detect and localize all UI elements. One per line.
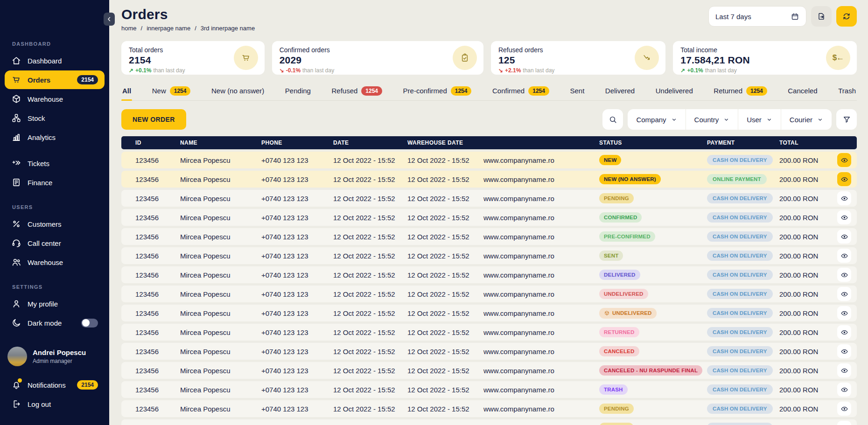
sidebar-item-notifications[interactable]: Notifications 2154 bbox=[5, 376, 105, 394]
user-profile[interactable]: Andrei Popescu Admin manager bbox=[5, 347, 105, 366]
tab[interactable]: All bbox=[121, 81, 132, 100]
search-button[interactable] bbox=[602, 109, 623, 130]
view-order-button[interactable] bbox=[837, 268, 851, 282]
filter-dropdown[interactable]: Courier bbox=[781, 109, 832, 130]
export-icon bbox=[817, 12, 826, 21]
order-company: www.companyname.ro bbox=[483, 328, 599, 336]
sidebar-collapse-button[interactable] bbox=[104, 13, 115, 26]
view-order-button[interactable] bbox=[837, 383, 851, 397]
filter-dropdown[interactable]: User bbox=[738, 109, 781, 130]
tab[interactable]: Pre-confirmed 1254 bbox=[402, 81, 473, 100]
eye-icon bbox=[840, 214, 848, 222]
view-order-button[interactable] bbox=[837, 210, 851, 224]
tab[interactable]: Pending bbox=[284, 81, 312, 100]
new-order-button[interactable]: NEW ORDER bbox=[121, 109, 186, 130]
sidebar-item[interactable]: Finance bbox=[5, 173, 105, 192]
order-date: 12 Oct 2022 - 15:52 bbox=[333, 309, 407, 317]
status-badge: NEW bbox=[599, 155, 621, 165]
order-id: 123456 bbox=[135, 195, 180, 202]
view-order-button[interactable] bbox=[837, 421, 851, 425]
tab[interactable]: Confirmed 1254 bbox=[491, 81, 550, 100]
view-order-button[interactable] bbox=[837, 153, 851, 167]
sidebar-item[interactable]: My profile bbox=[5, 294, 105, 313]
sidebar-item[interactable]: Warehouse bbox=[5, 253, 105, 272]
sidebar-item[interactable]: Dashboard bbox=[5, 51, 105, 70]
view-order-button[interactable] bbox=[837, 306, 851, 320]
order-total: 200.00 RON bbox=[779, 195, 837, 202]
breadcrumb-innerpage[interactable]: innerpage name bbox=[147, 25, 190, 32]
order-phone: +0740 123 123 bbox=[261, 348, 333, 355]
payment-badge: CASH ON DELIVERY bbox=[707, 404, 773, 414]
table-body: 123456 Mircea Popescu +0740 123 123 12 O… bbox=[121, 152, 857, 425]
tab[interactable]: Undelivered bbox=[655, 81, 694, 100]
status-badge: PRE-CONFIRMED bbox=[599, 231, 655, 242]
order-warehouse-date: 12 Oct 2022 - 15:52 bbox=[407, 328, 483, 336]
sidebar-item-label: Warehouse bbox=[28, 258, 63, 266]
order-total: 200.00 RON bbox=[779, 290, 837, 298]
view-order-button[interactable] bbox=[837, 287, 851, 301]
filter-dropdown[interactable]: Company bbox=[628, 109, 685, 130]
refresh-button[interactable] bbox=[836, 6, 857, 27]
view-order-button[interactable] bbox=[837, 191, 851, 205]
tab[interactable]: Refused 1254 bbox=[330, 81, 383, 100]
tab-badge: 1254 bbox=[451, 86, 472, 96]
tab[interactable]: Delivered bbox=[604, 81, 636, 100]
view-order-button[interactable] bbox=[837, 344, 851, 358]
trend-arrow-icon: ↗ bbox=[680, 67, 685, 74]
view-order-button[interactable] bbox=[837, 230, 851, 244]
order-phone: +0740 123 123 bbox=[261, 328, 333, 336]
order-id: 123456 bbox=[135, 156, 180, 164]
order-phone: +0740 123 123 bbox=[261, 405, 333, 413]
export-button[interactable] bbox=[811, 6, 832, 27]
filter-dropdown[interactable]: Country bbox=[686, 109, 738, 130]
filter-dropdown-label: Company bbox=[636, 116, 666, 124]
sidebar-item[interactable]: Analytics bbox=[5, 128, 105, 146]
sidebar-item[interactable]: Call center bbox=[5, 234, 105, 252]
tab[interactable]: Canceled bbox=[787, 81, 818, 100]
view-order-button[interactable] bbox=[837, 402, 851, 416]
sidebar-item[interactable]: Customers bbox=[5, 215, 105, 233]
chevron-down-icon bbox=[817, 117, 823, 123]
sidebar-item[interactable]: Warehouse bbox=[5, 90, 105, 108]
tab[interactable]: New (no answer) bbox=[210, 81, 265, 100]
sidebar-item[interactable]: Orders 2154 bbox=[5, 70, 105, 89]
sidebar-item-label: Analytics bbox=[28, 133, 56, 141]
payment-badge: CASH ON DELIVERY bbox=[707, 384, 773, 395]
payment-badge: CASH ON DELIVERY bbox=[707, 365, 773, 376]
tab-label: Trash bbox=[838, 87, 856, 95]
view-order-button[interactable] bbox=[837, 249, 851, 263]
tab[interactable]: Trash bbox=[837, 81, 857, 100]
sidebar-item-logout[interactable]: Log out bbox=[5, 395, 105, 413]
order-date: 12 Oct 2022 - 15:52 bbox=[333, 386, 407, 394]
order-date: 12 Oct 2022 - 15:52 bbox=[333, 290, 407, 298]
tab-label: Pending bbox=[285, 87, 311, 95]
view-order-button[interactable] bbox=[837, 363, 851, 377]
tab[interactable]: Returned 1254 bbox=[713, 81, 768, 100]
sidebar-item[interactable]: Tickets bbox=[5, 154, 105, 173]
tab-badge: 1254 bbox=[746, 86, 767, 96]
view-order-button[interactable] bbox=[837, 325, 851, 339]
date-range-picker[interactable]: Last 7 days bbox=[708, 6, 806, 27]
dark-mode-toggle[interactable] bbox=[81, 319, 98, 327]
sidebar-item[interactable]: Stock bbox=[5, 109, 105, 127]
view-order-button[interactable] bbox=[837, 172, 851, 186]
order-name: Mircea Popescu bbox=[180, 175, 261, 183]
filter-button[interactable] bbox=[836, 109, 857, 130]
moon-icon bbox=[11, 318, 21, 328]
order-phone: +0740 123 123 bbox=[261, 233, 333, 241]
status-badge: UNDELIVERED bbox=[599, 289, 648, 299]
sidebar-item[interactable]: Dark mode bbox=[5, 314, 105, 332]
person-icon bbox=[11, 299, 21, 309]
tab[interactable]: Sent bbox=[569, 81, 585, 100]
payment-badge: CASH ON DELIVERY bbox=[707, 231, 773, 242]
stat-trend: ↘+2.1% than last day bbox=[498, 67, 658, 74]
trend-value: +2.1% bbox=[505, 67, 521, 74]
payment-badge: CASH ON DELIVERY bbox=[707, 212, 773, 223]
order-date: 12 Oct 2022 - 15:52 bbox=[333, 233, 407, 241]
finance-icon bbox=[11, 177, 21, 188]
breadcrumb-home[interactable]: home bbox=[121, 25, 137, 32]
order-id: 123456 bbox=[135, 309, 180, 317]
sidebar-section-settings: SETTINGS My profile Dark mode bbox=[5, 272, 105, 333]
order-warehouse-date: 12 Oct 2022 - 15:52 bbox=[407, 195, 483, 202]
tab[interactable]: New 1254 bbox=[151, 81, 192, 100]
